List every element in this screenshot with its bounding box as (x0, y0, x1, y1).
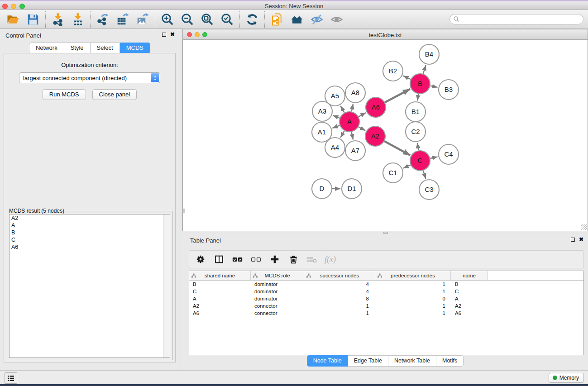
graph-edge-C-C4[interactable] (430, 157, 437, 158)
network-window-titlebar[interactable]: testGlobe.txt (182, 29, 588, 40)
home-icon[interactable] (289, 12, 305, 27)
column-header-name[interactable]: name (451, 271, 488, 280)
optimization-criterion-select[interactable]: largest connected component (directed) ▲… (19, 72, 160, 83)
tab-style[interactable]: Style (64, 43, 91, 53)
deselect-all-icon[interactable] (250, 253, 262, 265)
table-cell[interactable]: connector (251, 310, 304, 317)
zoom-fit-icon[interactable] (200, 12, 215, 27)
table-cell[interactable]: 4 (304, 281, 375, 288)
close-panel-button[interactable]: Close panel (92, 89, 137, 100)
run-mcds-button[interactable]: Run MCDS (43, 89, 86, 100)
graph-edge-C-C3[interactable] (423, 171, 426, 179)
refresh-layout-icon[interactable] (244, 12, 260, 27)
window-resize-grip[interactable] (581, 224, 587, 230)
select-all-icon[interactable] (232, 253, 244, 265)
table-row[interactable]: Bdominator41B (189, 281, 583, 288)
mcds-result-list[interactable]: A2ABCA6 (9, 214, 170, 358)
table-cell[interactable]: 1 (375, 310, 451, 317)
settings-gear-icon[interactable] (195, 253, 206, 265)
table-cell[interactable]: connector (251, 302, 304, 310)
graph-edge-A6-B[interactable] (385, 89, 410, 103)
mcds-result-item[interactable]: A6 (10, 243, 170, 251)
graph-edge-A-A3[interactable] (333, 115, 339, 118)
network-graph[interactable]: B4B2BB3A8A5A6A3B1AA1C2A2A4A7C4CC1C3DD1 (183, 40, 588, 230)
graph-edge-B-B1[interactable] (417, 94, 418, 101)
table-tab-edge-table[interactable]: Edge Table (348, 355, 388, 367)
table-cell[interactable]: 8 (304, 295, 375, 302)
network-canvas[interactable]: B4B2BB3A8A5A6A3B1AA1C2A2A4A7C4CC1C3DD1 (182, 40, 588, 231)
column-header-predecessor-nodes[interactable]: predecessor nodes (375, 271, 451, 280)
node-table[interactable]: shared nameMCDS rolesuccessor nodesprede… (189, 271, 584, 355)
close-table-panel-icon[interactable]: ✖ (579, 237, 583, 242)
table-cell[interactable]: 0 (375, 295, 451, 302)
table-cell[interactable]: 1 (375, 288, 451, 295)
function-builder-icon[interactable]: f(x) (325, 255, 336, 264)
table-cell[interactable]: B (189, 281, 251, 288)
splitter-handle-vertical[interactable] (183, 209, 185, 213)
tab-network[interactable]: Network (29, 43, 64, 53)
table-tab-node-table[interactable]: Node Table (307, 355, 348, 367)
table-cell[interactable]: C (451, 288, 488, 295)
table-cell[interactable]: B (451, 281, 488, 288)
table-row[interactable]: A6connector11A6 (189, 310, 583, 317)
column-header-shared-name[interactable]: shared name (189, 271, 251, 280)
table-cell[interactable]: A (451, 295, 488, 302)
table-tab-network-table[interactable]: Network Table (388, 355, 436, 367)
graph-edge-A-A4[interactable] (340, 131, 344, 138)
table-cell[interactable]: 1 (304, 302, 375, 310)
result-list-scrollbar[interactable] (163, 214, 170, 357)
export-table-icon[interactable] (115, 12, 130, 27)
show-column-icon[interactable] (213, 253, 225, 265)
tab-select[interactable]: Select (91, 43, 120, 53)
table-cell[interactable]: A6 (189, 310, 251, 317)
add-column-icon[interactable] (269, 253, 281, 265)
zoom-out-icon[interactable] (180, 12, 195, 27)
graph-edge-A-A2[interactable] (359, 127, 365, 131)
graph-edge-A-A1[interactable] (332, 125, 339, 128)
graph-edge-C-C1[interactable] (403, 165, 411, 168)
mcds-result-item[interactable]: B (10, 229, 170, 236)
hide-panels-icon[interactable] (309, 12, 325, 27)
zoom-in-icon[interactable] (160, 12, 175, 27)
float-table-panel-icon[interactable] (571, 238, 575, 242)
table-cell[interactable]: dominator (251, 295, 304, 302)
preview-eye-icon[interactable] (329, 12, 344, 27)
zoom-selected-icon[interactable] (220, 12, 235, 27)
task-history-button[interactable] (5, 372, 17, 384)
table-cell[interactable]: 1 (375, 302, 451, 310)
search-input[interactable] (449, 14, 583, 24)
table-cell[interactable]: A (189, 295, 251, 302)
open-file-icon[interactable] (5, 12, 21, 27)
mcds-result-item[interactable]: A (10, 222, 170, 229)
table-row[interactable]: Cdominator41C (189, 288, 583, 295)
table-cell[interactable]: C (189, 288, 251, 295)
float-panel-icon[interactable] (162, 33, 166, 37)
delete-column-icon[interactable] (287, 253, 299, 265)
table-cell[interactable]: dominator (251, 288, 304, 295)
table-cell[interactable]: A2 (451, 302, 488, 310)
close-panel-icon[interactable]: ✖ (170, 32, 175, 37)
table-row[interactable]: A2connector11A2 (189, 302, 583, 310)
tab-mcds[interactable]: MCDS (120, 43, 150, 53)
graph-edge-A-A6[interactable] (359, 113, 366, 117)
graph-edge-A2-C[interactable] (384, 141, 410, 155)
delete-table-icon[interactable] (306, 253, 318, 265)
graph-edge-A-A7[interactable] (352, 132, 353, 140)
graph-edge-A-A8[interactable] (352, 104, 353, 111)
table-tab-motifs[interactable]: Motifs (436, 355, 464, 367)
column-header-successor-nodes[interactable]: successor nodes (304, 271, 375, 280)
table-row[interactable]: Adominator80A (189, 295, 583, 302)
graph-edge-B-B2[interactable] (403, 76, 411, 80)
table-cell[interactable]: 4 (304, 288, 375, 295)
table-cell[interactable]: dominator (251, 281, 304, 288)
column-header-mcds-role[interactable]: MCDS role (251, 271, 304, 280)
graph-edge-B-B3[interactable] (430, 86, 438, 87)
mcds-result-item[interactable]: A2 (10, 214, 170, 222)
export-image-icon[interactable] (135, 12, 150, 27)
import-table-icon[interactable] (70, 12, 86, 27)
save-session-icon[interactable] (25, 12, 41, 27)
memory-button[interactable]: Memory (549, 373, 584, 383)
mcds-result-item[interactable]: C (10, 236, 170, 243)
table-cell[interactable]: A6 (451, 310, 488, 317)
graph-edge-C-C2[interactable] (417, 143, 419, 151)
